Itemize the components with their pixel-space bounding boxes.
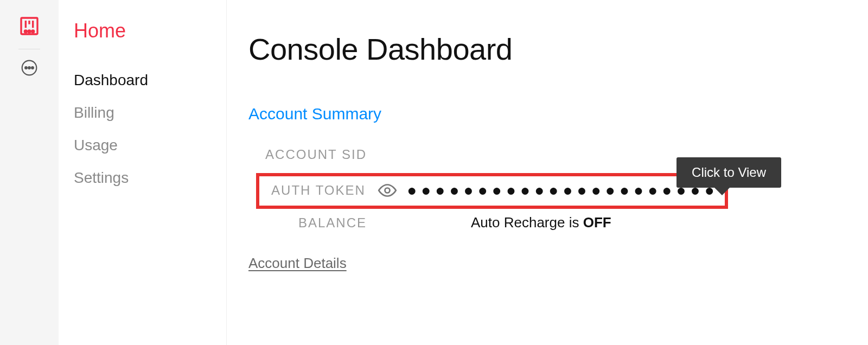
sidebar-item-billing[interactable]: Billing [74, 104, 226, 122]
label-auth-token: AUTH TOKEN [263, 183, 378, 198]
sliders-icon[interactable] [0, 0, 59, 49]
balance-prefix: Auto Recharge is [471, 214, 583, 231]
row-auth-token-highlighted: AUTH TOKEN ●●●●●●●●●●●●●●●●●●●●●●● [256, 173, 728, 209]
svg-point-6 [32, 30, 34, 33]
sidebar: Home Dashboard Billing Usage Settings [59, 0, 227, 345]
svg-point-4 [24, 30, 27, 33]
label-balance: BALANCE [248, 215, 379, 231]
tooltip-click-to-view: Click to View [676, 157, 781, 188]
icon-rail [0, 0, 59, 345]
page-title: Console Dashboard [248, 31, 868, 67]
sidebar-item-dashboard[interactable]: Dashboard [74, 72, 226, 89]
account-details-link[interactable]: Account Details [248, 255, 347, 272]
rail-divider [18, 49, 40, 49]
eye-icon[interactable] [378, 181, 397, 200]
main-content: Console Dashboard Account Summary ACCOUN… [248, 0, 868, 272]
sidebar-item-usage[interactable]: Usage [74, 137, 226, 154]
balance-state: OFF [583, 214, 611, 231]
balance-status: Auto Recharge is OFF [471, 214, 611, 231]
sidebar-item-settings[interactable]: Settings [74, 169, 226, 187]
more-icon[interactable] [0, 57, 59, 88]
sidebar-home[interactable]: Home [74, 20, 226, 42]
auth-token-masked[interactable]: ●●●●●●●●●●●●●●●●●●●●●●● [407, 181, 719, 200]
svg-point-8 [25, 67, 27, 69]
label-account-sid: ACCOUNT SID [248, 147, 379, 162]
svg-point-11 [385, 188, 390, 193]
svg-point-9 [28, 67, 30, 69]
section-heading-account-summary[interactable]: Account Summary [248, 105, 868, 123]
row-balance: BALANCE Auto Recharge is OFF [248, 214, 868, 231]
svg-point-5 [28, 30, 30, 33]
svg-point-10 [31, 67, 34, 69]
